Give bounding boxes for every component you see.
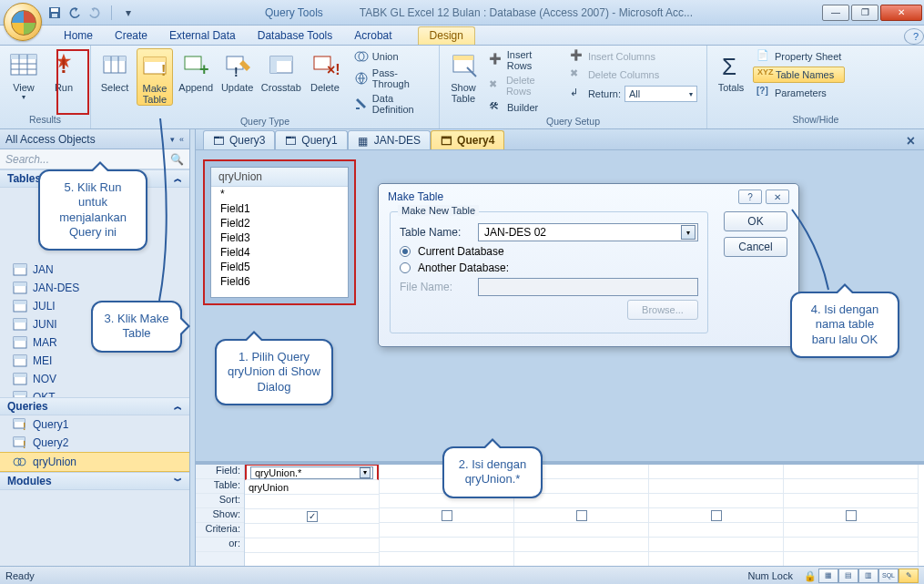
view-datasheet[interactable]: ▦ [818,569,838,583]
checkbox[interactable]: ✓ [307,511,318,522]
source-field[interactable]: Field2 [211,216,348,231]
show-table-button[interactable]: Show Table [445,48,482,104]
qbe-or-cell[interactable] [245,538,379,553]
nav-table-item[interactable]: NOV [0,370,189,388]
view-design[interactable]: ✎ [899,569,919,583]
dialog-close-button[interactable]: ✕ [766,190,789,204]
qbe-grid[interactable]: Field: Table: Sort: Show: Criteria: or: … [196,461,924,566]
qbe-or-cell[interactable] [784,538,918,552]
cancel-button[interactable]: Cancel [724,237,787,257]
checkbox[interactable] [846,510,857,521]
qbe-or-cell[interactable] [380,538,513,552]
qbe-show-cell[interactable] [380,508,513,523]
nav-query-item[interactable]: !Query2 [0,434,189,452]
property-sheet-button[interactable]: 📄Property Sheet [753,48,845,65]
source-field[interactable]: Field4 [211,245,348,260]
qbe-sort-cell[interactable] [245,495,379,509]
view-pivot[interactable]: ▤ [838,569,858,583]
help-button[interactable]: ? [904,28,924,45]
dropdown-icon[interactable]: ▾ [360,467,371,478]
update-button[interactable]: ! Update [219,48,256,94]
qbe-field-cell[interactable]: qryUnion.*▾ [245,465,379,480]
qbe-criteria-cell[interactable] [514,523,648,538]
passthrough-button[interactable]: Pass-Through [350,67,433,90]
source-field[interactable]: Field5 [211,260,348,274]
tab-home[interactable]: Home [53,27,104,45]
select-button[interactable]: Select [96,48,133,94]
minimize-button[interactable]: — [822,5,849,21]
maximize-button[interactable]: ❐ [851,5,878,21]
datadef-button[interactable]: Data Definition [350,92,433,116]
radio-another[interactable] [400,262,411,273]
view-chart[interactable]: ▥ [858,569,878,583]
qbe-field-cell[interactable] [784,465,918,479]
nav-table-item[interactable]: OKT [0,388,189,397]
delete-rows-button[interactable]: ✖Delete Rows [485,74,563,97]
qbe-table-cell[interactable]: qryUnion [245,480,379,495]
qat-undo-icon[interactable] [67,5,82,20]
opt-current-row[interactable]: Current Database [400,245,698,258]
append-button[interactable]: +! Append [177,48,216,94]
radio-current[interactable] [400,246,411,257]
qat-customize-icon[interactable]: ▾ [121,5,136,20]
nav-table-item[interactable]: MEI [0,352,189,370]
tab-database-tools[interactable]: Database Tools [247,27,344,45]
source-field[interactable]: Field6 [211,274,348,289]
nav-table-item[interactable]: JAN [0,261,189,279]
checkbox[interactable] [442,510,452,521]
nav-header[interactable]: All Access Objects ▾ « [0,129,189,149]
view-button[interactable]: View ▾ [5,48,42,101]
nav-section-modules[interactable]: Modules︾ [0,472,189,490]
source-field[interactable]: Field3 [211,231,348,245]
qbe-column[interactable] [649,465,784,566]
doc-tab-active[interactable]: 🗔Query4 [431,130,504,149]
qat-redo-icon[interactable] [87,5,102,20]
doc-close-button[interactable]: × [898,133,924,149]
view-sql[interactable]: SQL [878,569,899,583]
qbe-show-cell[interactable] [649,508,783,523]
tab-design[interactable]: Design [418,26,475,45]
delete-columns-button[interactable]: ✖Delete Columns [566,67,701,83]
qbe-column[interactable]: qryUnion.*▾qryUnion✓ [245,465,380,566]
return-select[interactable]: All▾ [624,86,697,102]
qbe-criteria-cell[interactable] [245,524,379,538]
nav-section-queries[interactable]: Queries︽ [0,397,189,415]
run-button[interactable]: ! Run [46,48,82,94]
tab-external-data[interactable]: External Data [158,27,247,45]
qat-save-icon[interactable] [47,5,62,20]
qbe-table-cell[interactable] [784,479,918,494]
qbe-table-cell[interactable] [649,479,783,494]
builder-button[interactable]: 🛠Builder [485,99,563,116]
nav-query-item[interactable]: qryUnion [0,452,189,472]
dropdown-icon[interactable]: ▾ [681,225,696,240]
opt-another-row[interactable]: Another Database: [400,261,698,274]
qbe-sort-cell[interactable] [649,494,783,508]
checkbox[interactable] [711,510,722,521]
qbe-criteria-cell[interactable] [380,523,513,538]
qbe-show-cell[interactable]: ✓ [245,509,379,524]
totals-button[interactable]: Σ Totals [713,48,749,94]
source-table-box[interactable]: qryUnion *Field1Field2Field3Field4Field5… [210,167,349,298]
dialog-help-button[interactable]: ? [738,190,762,204]
qbe-show-cell[interactable] [784,508,918,523]
qbe-show-cell[interactable] [514,508,648,523]
nav-header-dropdown-icon[interactable]: ▾ « [170,135,184,144]
qbe-or-cell[interactable] [649,538,783,552]
qbe-field-select[interactable]: qryUnion.*▾ [250,466,373,479]
office-button[interactable] [4,3,42,41]
make-table-button[interactable]: ! Make Table [137,48,173,106]
qbe-criteria-cell[interactable] [784,523,918,538]
crosstab-button[interactable]: Crosstab [259,48,303,94]
qbe-or-cell[interactable] [514,538,648,552]
source-field-list[interactable]: *Field1Field2Field3Field4Field5Field6 [211,187,348,297]
nav-table-item[interactable]: JAN-DES [0,279,189,297]
parameters-button[interactable]: [?]Parameters [753,85,845,101]
doc-tab[interactable]: ▦JAN-DES [348,130,431,149]
checkbox[interactable] [576,510,587,521]
doc-tab[interactable]: 🗔Query3 [203,130,275,149]
delete-button[interactable]: ×! Delete [307,48,343,94]
source-field[interactable]: Field1 [211,201,348,216]
qbe-criteria-cell[interactable] [649,523,783,538]
qbe-column[interactable] [784,465,919,566]
qbe-sort-cell[interactable] [784,494,918,508]
